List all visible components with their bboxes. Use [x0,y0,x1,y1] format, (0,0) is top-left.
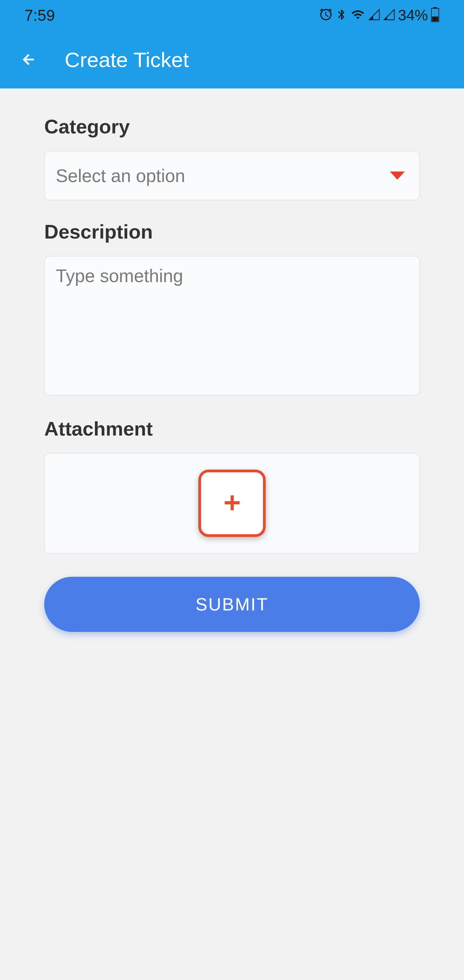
submit-button[interactable]: SUBMIT [44,577,420,632]
caret-down-icon [390,172,405,180]
description-input[interactable] [44,256,420,395]
form-content: Category Select an option Description At… [0,89,464,632]
attachment-area [44,453,420,554]
page-title: Create Ticket [65,48,189,72]
app-header: Create Ticket [0,30,464,89]
add-attachment-button[interactable] [198,469,266,537]
status-bar: 7:59 34% [0,0,464,30]
status-icons-group: 34% [319,7,440,24]
signal-1-icon [368,8,380,23]
svg-rect-1 [434,7,437,8]
alarm-icon [319,8,333,23]
svg-rect-2 [432,17,438,22]
category-label: Category [44,115,420,138]
battery-icon [431,7,440,24]
status-time: 7:59 [24,6,55,24]
back-button[interactable] [21,51,37,68]
bluetooth-icon [335,8,348,23]
attachment-label: Attachment [44,417,420,440]
wifi-icon [350,8,365,23]
category-placeholder: Select an option [56,165,185,186]
arrow-left-icon [21,51,37,68]
description-label: Description [44,220,420,243]
category-select[interactable]: Select an option [44,151,420,200]
signal-2-icon [383,8,395,23]
plus-icon [219,490,245,517]
battery-percent: 34% [398,7,428,24]
